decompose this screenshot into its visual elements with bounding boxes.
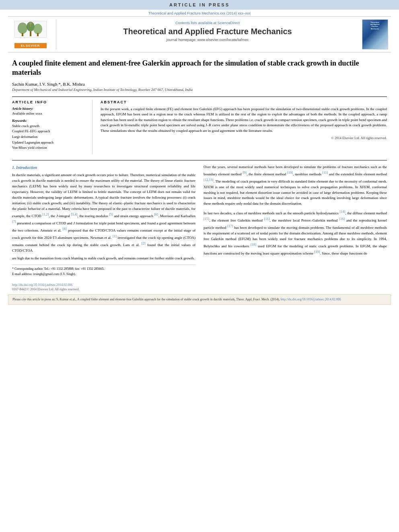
ref-12-13[interactable]: [12,13] [204, 178, 214, 182]
keywords-section: Keywords: Stable crack growth Coupled FE… [12, 119, 87, 151]
article-history: Article history: Available online xxxx [12, 107, 87, 115]
copyright-line: © 2014 Elsevier Ltd. All rights reserved… [101, 136, 387, 140]
ref-9[interactable]: [9] [243, 170, 247, 175]
svg-rect-4 [22, 33, 23, 36]
journal-title-area: Contents lists available at ScienceDirec… [56, 19, 359, 49]
keywords-list: Stable crack growth Coupled FE–EFG appro… [12, 123, 87, 151]
ref-5[interactable]: [5] [109, 212, 113, 216]
abstract-heading: ABSTRACT [101, 100, 387, 104]
journal-thumb-area: Theoreticaland AppliedFractureMechanics [359, 19, 391, 49]
keyword-4: Updated Lagrangian approach [12, 140, 87, 146]
journal-main-title: Theoretical and Applied Fracture Mechani… [60, 27, 355, 36]
intro-para-2: are high due to the transition from crac… [12, 256, 195, 261]
article-in-press-banner: ARTICLE IN PRESS [0, 0, 399, 10]
body-col-left: 1. Introduction In ductile materials, a … [12, 164, 195, 277]
elsevier-brand: ELSEVIER [14, 43, 47, 48]
authors: Sachin Kumar, I.V. Singh *, B.K. Mishra [12, 82, 387, 86]
journal-link-bar: Theoretical and Applied Fracture Mechani… [0, 10, 399, 16]
keyword-2: Coupled FE–EFG approach [12, 129, 87, 134]
ref-6[interactable]: [6] [154, 212, 158, 216]
footnote-email: E-mail address: ivsingh@gmail.com (I.V. … [12, 272, 195, 277]
ref-2b[interactable]: [2] [142, 241, 146, 245]
ref-11[interactable]: [11] [323, 170, 328, 175]
body-columns: 1. Introduction In ductile materials, a … [12, 164, 387, 277]
citation-text: Please cite this article in press as: S.… [12, 298, 280, 301]
keyword-5: Von-Mises yield criterion [12, 145, 87, 151]
ref-1b[interactable]: [1] [113, 234, 117, 238]
ref-17[interactable]: [17] [227, 224, 233, 228]
ref-8[interactable]: [8] [63, 227, 67, 231]
elsevier-logo-box [14, 21, 47, 43]
abstract-panel: ABSTRACT In the present work, a coupled … [101, 100, 387, 154]
ref-11b[interactable]: [11] [264, 217, 270, 221]
elsevier-tree-icon [14, 21, 47, 38]
ref-7[interactable]: [7] [12, 220, 16, 224]
keyword-3: Large deformation [12, 134, 87, 140]
footnote-area: * Corresponding author. Tel.: +91 1332 2… [12, 265, 195, 277]
svg-point-7 [29, 22, 32, 25]
footnote-corresponding: * Corresponding author. Tel.: +91 1332 2… [12, 267, 195, 271]
affiliation: Department of Mechanical and Industrial … [12, 88, 387, 92]
ref-10[interactable]: [10] [287, 170, 293, 175]
doi-link[interactable]: http://dx.doi.org/10.1016/j.tafmec.2014.… [0, 283, 399, 287]
sciencedirect-link[interactable]: ScienceDirect [218, 21, 240, 25]
contents-line: Contents lists available at ScienceDirec… [60, 21, 355, 25]
ref-18[interactable]: [18] [251, 242, 256, 246]
body-col-right: Over the years, several numerical method… [204, 164, 387, 277]
keywords-label: Keywords: [12, 119, 87, 123]
journal-homepage: journal homepage: www.elsevier.com/locat… [60, 38, 355, 42]
abstract-text: In the present work, a coupled finite el… [101, 107, 387, 134]
right-para-2: In last two decades, a class of meshfree… [204, 209, 387, 257]
ref-15[interactable]: [15] [204, 217, 209, 221]
journal-cover-thumb: Theoreticaland AppliedFractureMechanics [362, 19, 388, 49]
svg-point-3 [33, 24, 42, 34]
section-divider [12, 160, 387, 160]
main-content: A coupled finite element and element-fre… [0, 53, 399, 281]
keyword-1: Stable crack growth [12, 123, 87, 129]
svg-rect-6 [37, 33, 39, 36]
issn-line: 0167-8442/© 2014 Elsevier Ltd. All right… [0, 288, 399, 291]
intro-section-title: 1. Introduction [12, 164, 195, 171]
article-info-panel: ARTICLE INFO Article history: Available … [12, 100, 93, 154]
svg-point-1 [18, 23, 27, 34]
history-value: Available online xxxx [12, 111, 87, 115]
right-para-1: Over the years, several numerical method… [204, 164, 387, 207]
elsevier-logo-area: ELSEVIER [8, 19, 56, 49]
ref-1-2[interactable]: [1,2] [42, 212, 49, 216]
citation-box: Please cite this article in press as: S.… [8, 294, 391, 305]
svg-rect-5 [30, 31, 31, 36]
ref-19[interactable]: [19] [314, 250, 320, 254]
intro-para-1: In ductile materials, a significant amou… [12, 173, 195, 253]
ref-16[interactable]: [16] [339, 217, 345, 221]
article-info-abstract: ARTICLE INFO Article history: Available … [12, 97, 387, 154]
article-title: A coupled finite element and element-fre… [12, 59, 387, 78]
history-label: Article history: [12, 107, 87, 111]
citation-doi-link[interactable]: http://dx.doi.org/10.1016/j.tafmec.2014.… [281, 298, 341, 301]
ref-14[interactable]: [14] [339, 210, 345, 214]
contents-label: Contents lists available at [175, 21, 216, 25]
journal-header: ELSEVIER Contents lists available at Sci… [8, 16, 391, 53]
article-info-heading: ARTICLE INFO [12, 100, 87, 104]
author-names: Sachin Kumar, I.V. Singh *, B.K. Mishra [12, 82, 85, 86]
ref-3-4[interactable]: [3,4] [71, 212, 77, 216]
